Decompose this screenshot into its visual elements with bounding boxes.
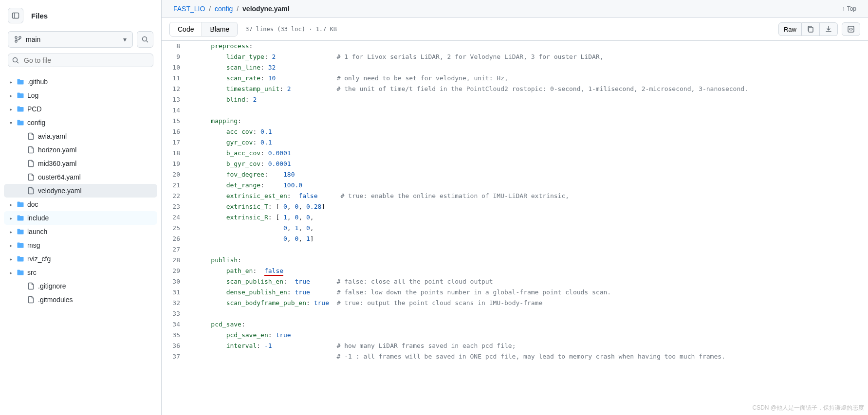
- breadcrumb-folder[interactable]: config: [215, 5, 233, 13]
- file-icon: [27, 132, 35, 140]
- breadcrumb-root[interactable]: FAST_LIO: [173, 5, 205, 13]
- code-line[interactable]: 31 dense_publish_en: true # false: low d…: [162, 287, 868, 298]
- tree-folder[interactable]: ▸msg: [4, 238, 157, 252]
- tree-folder[interactable]: ▾config: [4, 116, 157, 129]
- code-line[interactable]: 22 extrinsic_est_en: false # true: enabl…: [162, 191, 868, 201]
- code-line[interactable]: 26 0, 0, 1]: [162, 234, 868, 244]
- line-number: 18: [162, 148, 191, 159]
- code-line[interactable]: 36 interval: -1 # how many LiDAR frames …: [162, 341, 868, 351]
- code-line[interactable]: 27: [162, 244, 868, 255]
- code-content: fov_degree: 180: [191, 169, 295, 180]
- panel-icon: [12, 12, 19, 19]
- tree-file[interactable]: horizon.yaml: [4, 143, 157, 157]
- goto-file-input[interactable]: [8, 54, 153, 67]
- chevron-icon: ▸: [8, 79, 14, 85]
- svg-point-7: [13, 58, 18, 62]
- svg-rect-10: [848, 26, 854, 32]
- code-content: 0, 0, 1]: [191, 234, 314, 244]
- tab-code[interactable]: Code: [170, 22, 202, 36]
- copy-button[interactable]: [802, 22, 820, 36]
- main-panel: FAST_LIO / config / velodyne.yaml ↑ Top …: [162, 0, 868, 415]
- code-line[interactable]: 16 acc_cov: 0.1: [162, 126, 868, 137]
- code-view[interactable]: 8 preprocess:9 lidar_type: 2 # 1 for Liv…: [162, 41, 868, 415]
- tree-item-label: mid360.yaml: [38, 160, 76, 167]
- download-button[interactable]: [820, 22, 838, 36]
- code-content: [191, 244, 196, 255]
- search-icon: [141, 36, 149, 43]
- symbols-button[interactable]: [842, 22, 860, 36]
- search-button[interactable]: [137, 31, 153, 48]
- code-line[interactable]: 17 gyr_cov: 0.1: [162, 137, 868, 148]
- code-content: extrinsic_T: [ 0, 0, 0.28]: [191, 201, 325, 212]
- tree-file[interactable]: .gitignore: [4, 279, 157, 293]
- tree-folder[interactable]: ▸Log: [4, 89, 157, 102]
- line-number: 28: [162, 255, 191, 266]
- code-line[interactable]: 24 extrinsic_R: [ 1, 0, 0,: [162, 212, 868, 223]
- folder-icon: [17, 241, 24, 249]
- line-number: 8: [162, 41, 191, 52]
- code-line[interactable]: 28 publish:: [162, 255, 868, 266]
- code-content: extrinsic_est_en: false # true: enable t…: [191, 191, 569, 201]
- code-line[interactable]: 30 scan_publish_en: true # false: close …: [162, 276, 868, 287]
- folder-icon: [17, 200, 24, 208]
- code-line[interactable]: 23 extrinsic_T: [ 0, 0, 0.28]: [162, 201, 868, 212]
- code-line[interactable]: 25 0, 1, 0,: [162, 223, 868, 234]
- folder-icon: [17, 228, 24, 235]
- code-line[interactable]: 34 pcd_save:: [162, 319, 868, 330]
- chevron-down-icon: ▾: [123, 36, 127, 43]
- code-line[interactable]: 8 preprocess:: [162, 41, 868, 52]
- tree-folder[interactable]: ▸rviz_cfg: [4, 252, 157, 266]
- line-number: 23: [162, 201, 191, 212]
- code-line[interactable]: 29 path_en: false: [162, 266, 868, 276]
- line-number: 34: [162, 319, 191, 330]
- branch-select-button[interactable]: main ▾: [8, 31, 133, 48]
- tree-folder[interactable]: ▸launch: [4, 225, 157, 238]
- tree-item-label: ouster64.yaml: [38, 173, 81, 181]
- tree-file[interactable]: .gitmodules: [4, 293, 157, 307]
- breadcrumb-bar: FAST_LIO / config / velodyne.yaml ↑ Top: [162, 0, 868, 18]
- top-link[interactable]: ↑ Top: [842, 5, 856, 12]
- folder-icon: [17, 214, 24, 222]
- code-content: b_gyr_cov: 0.0001: [191, 159, 291, 169]
- code-line[interactable]: 21 det_range: 100.0: [162, 180, 868, 191]
- tree-item-label: velodyne.yaml: [38, 187, 82, 195]
- tree-folder[interactable]: ▸doc: [4, 198, 157, 211]
- raw-button[interactable]: Raw: [778, 22, 802, 36]
- code-line[interactable]: 18 b_acc_cov: 0.0001: [162, 148, 868, 159]
- tree-file[interactable]: velodyne.yaml: [4, 184, 157, 198]
- code-line[interactable]: 10 scan_line: 32: [162, 62, 868, 73]
- tree-item-label: msg: [27, 241, 40, 249]
- breadcrumb: FAST_LIO / config / velodyne.yaml: [173, 5, 290, 13]
- code-line[interactable]: 20 fov_degree: 180: [162, 169, 868, 180]
- toggle-panel-button[interactable]: [8, 8, 23, 23]
- search-icon: [12, 56, 19, 64]
- code-content: blind: 2: [191, 94, 257, 105]
- code-content: acc_cov: 0.1: [191, 126, 272, 137]
- code-square-icon: [847, 25, 855, 33]
- tree-folder[interactable]: ▸PCD: [4, 102, 157, 116]
- tree-folder[interactable]: ▸.github: [4, 75, 157, 89]
- code-line[interactable]: 19 b_gyr_cov: 0.0001: [162, 159, 868, 169]
- file-tree[interactable]: ▸.github▸Log▸PCD▾configavia.yamlhorizon.…: [0, 73, 161, 415]
- code-line[interactable]: 32 scan_bodyframe_pub_en: true # true: o…: [162, 298, 868, 308]
- code-line[interactable]: 11 scan_rate: 10 # only need to be set f…: [162, 73, 868, 84]
- code-content: scan_rate: 10 # only need to be set for …: [191, 73, 508, 84]
- code-line[interactable]: 37 # -1 : all frames will be saved in ON…: [162, 351, 868, 362]
- code-line[interactable]: 9 lidar_type: 2 # 1 for Livox serials Li…: [162, 52, 868, 62]
- tree-folder[interactable]: ▸include: [4, 211, 157, 225]
- code-line[interactable]: 15 mapping:: [162, 116, 868, 126]
- code-line[interactable]: 14: [162, 105, 868, 116]
- code-line[interactable]: 12 timestamp_unit: 2 # the unit of time/…: [162, 84, 868, 94]
- tab-blame[interactable]: Blame: [202, 22, 237, 36]
- code-line[interactable]: 35 pcd_save_en: true: [162, 330, 868, 341]
- code-line[interactable]: 13 blind: 2: [162, 94, 868, 105]
- tree-file[interactable]: ouster64.yaml: [4, 170, 157, 184]
- code-line[interactable]: 33: [162, 308, 868, 319]
- code-content: pcd_save:: [191, 319, 245, 330]
- code-content: path_en: false: [191, 266, 283, 276]
- tree-file[interactable]: mid360.yaml: [4, 157, 157, 170]
- tree-file[interactable]: avia.yaml: [4, 129, 157, 143]
- tree-folder[interactable]: ▸src: [4, 266, 157, 279]
- folder-icon: [17, 91, 24, 99]
- tree-item-label: config: [27, 119, 45, 126]
